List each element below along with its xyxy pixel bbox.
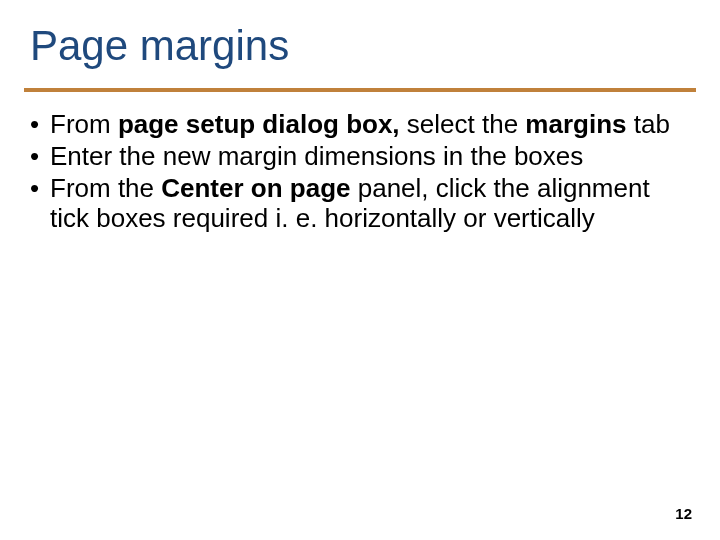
bullet-bold: margins (525, 109, 626, 139)
list-item: From page setup dialog box, select the m… (30, 110, 670, 140)
bullet-text: From (50, 109, 118, 139)
bullet-bold: page setup dialog box, (118, 109, 400, 139)
bullet-text: tab (626, 109, 669, 139)
bullet-text: select the (400, 109, 526, 139)
list-item: From the Center on page panel, click the… (30, 174, 670, 234)
slide: Page margins From page setup dialog box,… (0, 0, 720, 540)
bullet-text: From the (50, 173, 161, 203)
slide-title: Page margins (30, 22, 289, 70)
slide-body: From page setup dialog box, select the m… (30, 110, 670, 236)
list-item: Enter the new margin dimensions in the b… (30, 142, 670, 172)
bullet-list: From page setup dialog box, select the m… (30, 110, 670, 234)
page-number: 12 (675, 505, 692, 522)
bullet-text: Enter the new margin dimensions in the b… (50, 141, 583, 171)
bullet-bold: Center on page (161, 173, 350, 203)
title-underline (24, 88, 696, 92)
